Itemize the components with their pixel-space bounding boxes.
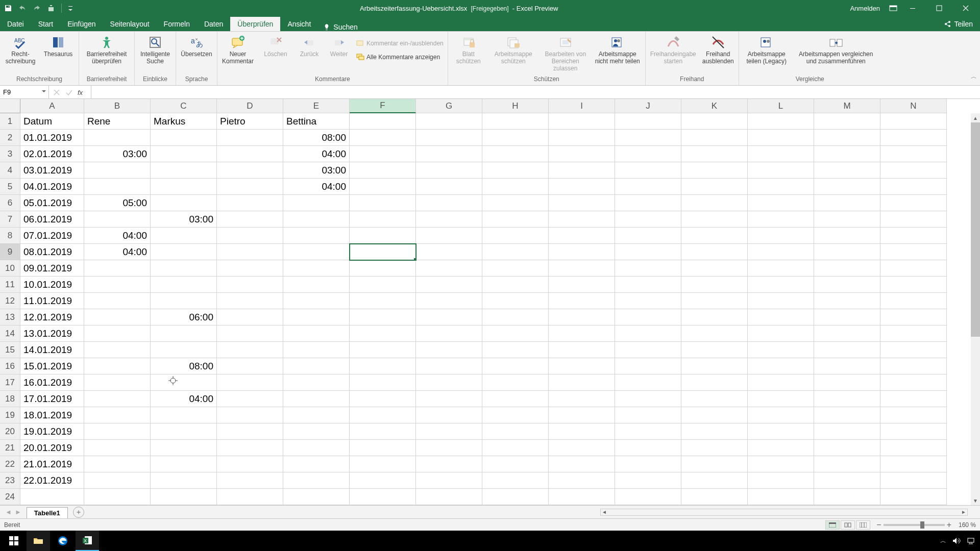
accessibility-button[interactable]: Barrierefreiheit überprüfen — [83, 34, 130, 65]
fx-icon[interactable]: fx — [78, 89, 87, 96]
cell[interactable] — [814, 489, 880, 505]
cell[interactable] — [416, 407, 482, 423]
spreadsheet-grid[interactable]: ABCDEFGHIJKLMN1DatumReneMarkusPietroBett… — [0, 99, 980, 505]
row-header[interactable]: 11 — [0, 277, 20, 293]
cell[interactable] — [217, 489, 283, 505]
view-page-layout-button[interactable] — [841, 520, 855, 530]
row-header[interactable]: 19 — [0, 407, 20, 423]
compare-merge-button[interactable]: Arbeitsmappen vergleichen und zusammenfü… — [795, 34, 877, 65]
cell[interactable] — [416, 358, 482, 374]
cell[interactable] — [880, 407, 947, 423]
save-icon[interactable] — [4, 4, 12, 12]
row-header[interactable]: 22 — [0, 456, 20, 472]
cell[interactable] — [880, 440, 947, 456]
cell[interactable]: 20.01.2019 — [20, 440, 84, 456]
row-header[interactable]: 23 — [0, 472, 20, 489]
cell[interactable] — [482, 489, 549, 505]
cell[interactable] — [549, 423, 615, 440]
cell[interactable] — [350, 309, 416, 325]
cell[interactable] — [350, 277, 416, 293]
cell[interactable] — [350, 440, 416, 456]
row-header[interactable]: 1 — [0, 113, 20, 130]
cell[interactable] — [549, 456, 615, 472]
column-header[interactable]: L — [748, 99, 814, 113]
tell-me-search[interactable]: Suchen — [318, 23, 362, 31]
cell[interactable] — [549, 277, 615, 293]
cell[interactable] — [748, 228, 814, 244]
cell[interactable] — [350, 472, 416, 489]
cell[interactable] — [151, 440, 217, 456]
cell[interactable] — [482, 195, 549, 211]
signin-button[interactable]: Anmelden — [845, 5, 885, 12]
cell[interactable] — [748, 358, 814, 374]
cell[interactable] — [217, 358, 283, 374]
cell[interactable] — [880, 113, 947, 130]
cell[interactable] — [814, 472, 880, 489]
cell[interactable] — [814, 179, 880, 195]
cell[interactable] — [681, 113, 748, 130]
cell[interactable] — [350, 456, 416, 472]
cell[interactable]: 11.01.2019 — [20, 293, 84, 309]
cell[interactable] — [615, 456, 681, 472]
cell[interactable] — [283, 440, 350, 456]
cell[interactable] — [814, 146, 880, 162]
zoom-level[interactable]: 160 % — [959, 521, 976, 529]
scrollbar-thumb[interactable] — [971, 122, 980, 337]
cell[interactable] — [482, 391, 549, 407]
ribbon-tab-einfügen[interactable]: Einfügen — [60, 17, 103, 31]
cell[interactable] — [84, 358, 151, 374]
cell[interactable] — [880, 195, 947, 211]
cell[interactable] — [482, 325, 549, 342]
ribbon-display-icon[interactable] — [889, 5, 897, 11]
cell[interactable] — [283, 374, 350, 391]
cell[interactable] — [880, 277, 947, 293]
share-button[interactable]: Teilen — [937, 17, 980, 31]
cell[interactable] — [84, 472, 151, 489]
cell[interactable]: 08:00 — [283, 130, 350, 146]
zoom-out-button[interactable]: − — [876, 520, 881, 530]
cell[interactable]: 08.01.2019 — [20, 244, 84, 260]
cell[interactable] — [217, 228, 283, 244]
cell[interactable] — [151, 260, 217, 277]
thesaurus-button[interactable]: Thesaurus — [42, 34, 75, 58]
cell[interactable] — [681, 309, 748, 325]
cell[interactable] — [350, 407, 416, 423]
cell[interactable] — [748, 293, 814, 309]
cell[interactable] — [217, 146, 283, 162]
cell[interactable] — [549, 146, 615, 162]
cell[interactable] — [549, 472, 615, 489]
cell[interactable]: 04:00 — [283, 146, 350, 162]
cell[interactable] — [350, 146, 416, 162]
cell[interactable] — [217, 293, 283, 309]
cell[interactable] — [748, 342, 814, 358]
cell[interactable] — [84, 440, 151, 456]
edge-browser-icon[interactable] — [51, 531, 75, 551]
cell[interactable]: 02.01.2019 — [20, 146, 84, 162]
cell[interactable] — [681, 423, 748, 440]
cell[interactable] — [84, 325, 151, 342]
cell[interactable] — [350, 325, 416, 342]
cell[interactable] — [416, 228, 482, 244]
cell[interactable] — [350, 374, 416, 391]
row-header[interactable]: 7 — [0, 211, 20, 228]
touch-mode-icon[interactable] — [47, 4, 55, 12]
cell[interactable] — [482, 440, 549, 456]
start-button[interactable] — [2, 531, 26, 551]
translate-button[interactable]: aあ Übersetzen — [180, 34, 213, 58]
cell[interactable] — [84, 309, 151, 325]
cell[interactable] — [880, 179, 947, 195]
row-header[interactable]: 20 — [0, 423, 20, 440]
row-header[interactable]: 18 — [0, 391, 20, 407]
cell[interactable] — [84, 293, 151, 309]
scroll-up-icon[interactable]: ▲ — [971, 113, 980, 122]
cell[interactable]: 09.01.2019 — [20, 260, 84, 277]
cell[interactable] — [615, 342, 681, 358]
cell[interactable] — [880, 309, 947, 325]
cell[interactable] — [549, 179, 615, 195]
cell[interactable]: 14.01.2019 — [20, 342, 84, 358]
cell[interactable]: 01.01.2019 — [20, 130, 84, 146]
column-header[interactable]: C — [151, 99, 217, 113]
cell[interactable] — [416, 293, 482, 309]
cell[interactable] — [151, 456, 217, 472]
cell[interactable] — [217, 391, 283, 407]
